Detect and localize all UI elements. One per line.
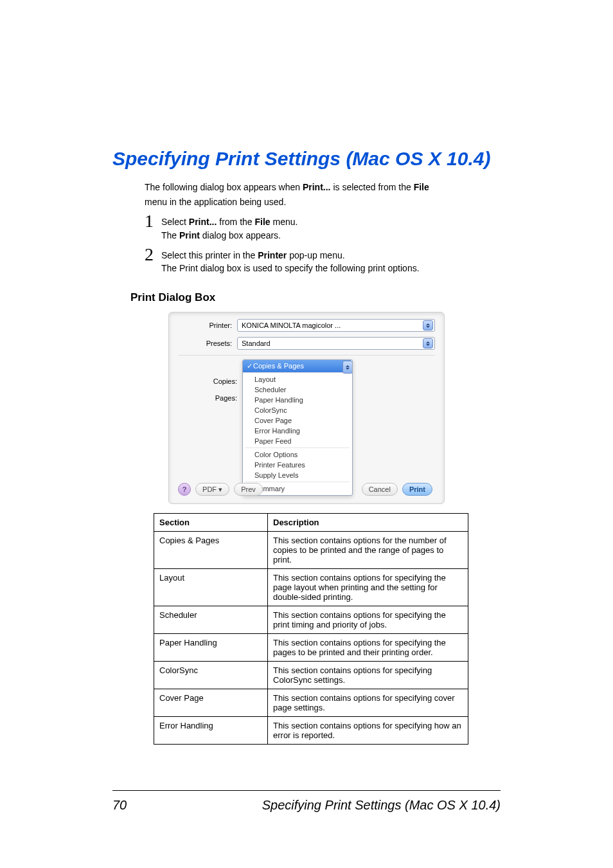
cancel-button[interactable]: Cancel	[362, 483, 398, 496]
text: The Print dialog box is used to specify …	[161, 262, 420, 275]
steps: 1 Select Print... from the File menu. Th…	[145, 212, 501, 276]
bold: Print...	[189, 217, 217, 227]
dropdown-divider	[245, 482, 350, 482]
chevron-updown-icon	[423, 338, 433, 348]
cell-desc: This section contains options for specif…	[268, 689, 468, 717]
cell-section: ColorSync	[154, 662, 268, 689]
printer-row: Printer: KONICA MINOLTA magicolor ...	[178, 319, 435, 332]
dropdown-item[interactable]: Supply Levels	[243, 470, 352, 480]
th-section: Section	[154, 514, 268, 532]
dropdown-item[interactable]: Scheduler	[243, 384, 352, 395]
footer-left: ? PDF ▾ Prev	[178, 483, 265, 496]
preview-label: Prev	[241, 485, 256, 493]
table-row: Copies & Pages This section contains opt…	[154, 532, 468, 569]
text: Select	[161, 217, 189, 227]
presets-row: Presets: Standard	[178, 337, 435, 350]
step-2: 2 Select this printer in the Printer pop…	[145, 246, 501, 276]
footer: 70 Specifying Print Settings (Mac OS X 1…	[112, 798, 501, 813]
dropdown-list: Layout Scheduler Paper Handling ColorSyn…	[243, 373, 352, 495]
subheading: Print Dialog Box	[130, 291, 501, 304]
presets-value: Standard	[242, 339, 271, 347]
dropdown-item[interactable]: Cover Page	[243, 415, 352, 426]
dropdown-item[interactable]: Color Options	[243, 449, 352, 460]
footer-right: Cancel Print	[362, 483, 435, 496]
cell-desc: This section contains options for specif…	[268, 606, 468, 634]
cell-section: Scheduler	[154, 606, 268, 634]
print-dialog: Printer: KONICA MINOLTA magicolor ... Pr…	[168, 312, 445, 504]
intro-segment: The following dialog box appears when	[145, 182, 303, 192]
text: dialog box appears.	[200, 230, 281, 240]
cell-desc: This section contains options for the nu…	[268, 532, 468, 569]
check-icon: ✓	[247, 362, 253, 370]
text: The	[161, 230, 179, 240]
text: pop-up menu.	[287, 250, 344, 260]
step-1: 1 Select Print... from the File menu. Th…	[145, 212, 501, 243]
text: Select this printer in the	[161, 250, 258, 260]
th-description: Description	[268, 514, 468, 532]
step-body: Select this printer in the Printer pop-u…	[161, 246, 420, 276]
page-title: Specifying Print Settings (Mac OS X 10.4…	[112, 148, 501, 170]
bold: File	[255, 217, 271, 227]
dialog-body: Copies: Pages: ✓Copies & Pages Layout Sc…	[178, 359, 435, 496]
sections-table: Section Description Copies & Pages This …	[154, 513, 468, 745]
pdf-button[interactable]: PDF ▾	[195, 483, 229, 496]
section-dropdown[interactable]: ✓Copies & Pages Layout Scheduler Paper H…	[242, 359, 353, 496]
table-row: Paper Handling This section contains opt…	[154, 634, 468, 662]
text: menu.	[271, 217, 298, 227]
dialog-left-labels: Copies: Pages:	[178, 359, 242, 496]
cancel-label: Cancel	[369, 485, 391, 493]
chevron-updown-icon	[423, 320, 433, 330]
cell-desc: This section contains options for specif…	[268, 634, 468, 662]
printer-combo[interactable]: KONICA MINOLTA magicolor ...	[237, 319, 435, 332]
intro-bold: Print...	[303, 182, 331, 192]
dropdown-divider	[245, 448, 350, 448]
text: from the	[217, 217, 254, 227]
printer-value: KONICA MINOLTA magicolor ...	[242, 321, 341, 329]
table-row: ColorSync This section contains options …	[154, 662, 468, 689]
help-icon[interactable]: ?	[178, 483, 191, 496]
selected-text: Copies & Pages	[253, 362, 304, 370]
cell-desc: This section contains options for specif…	[268, 662, 468, 689]
dropdown-item[interactable]: ColorSync	[243, 405, 352, 415]
bold: Printer	[258, 250, 287, 260]
intro-text: The following dialog box appears when Pr…	[145, 181, 501, 208]
dropdown-item[interactable]: Paper Handling	[243, 395, 352, 405]
copies-label: Copies:	[178, 377, 237, 385]
print-button[interactable]: Print	[402, 483, 432, 496]
bold: Print	[179, 230, 200, 240]
cell-section: Copies & Pages	[154, 532, 268, 569]
footer-divider	[112, 790, 501, 791]
intro-line2: menu in the application being used.	[145, 196, 501, 208]
step-number: 1	[145, 212, 161, 230]
divider	[178, 355, 435, 356]
cell-desc: This section contains options for specif…	[268, 717, 468, 745]
page-number: 70	[112, 798, 127, 813]
page: Specifying Print Settings (Mac OS X 10.4…	[0, 0, 613, 868]
dropdown-item[interactable]: Paper Feed	[243, 436, 352, 446]
pdf-label: PDF ▾	[202, 485, 222, 494]
cell-section: Layout	[154, 569, 268, 606]
dropdown-item[interactable]: Layout	[243, 374, 352, 384]
dropdown-selected: ✓Copies & Pages	[243, 360, 351, 372]
step-body: Select Print... from the File menu. The …	[161, 212, 298, 243]
preview-button[interactable]: Prev	[234, 483, 263, 496]
cell-desc: This section contains options for specif…	[268, 569, 468, 606]
intro-bold: File	[414, 182, 429, 192]
presets-label: Presets:	[178, 339, 237, 347]
chevron-updown-icon	[342, 361, 353, 374]
pages-label: Pages:	[178, 394, 237, 402]
dropdown-item[interactable]: Error Handling	[243, 426, 352, 436]
dialog-footer: ? PDF ▾ Prev Cancel Print	[178, 483, 435, 496]
print-label: Print	[409, 485, 425, 493]
cell-section: Cover Page	[154, 689, 268, 717]
presets-combo[interactable]: Standard	[237, 337, 435, 350]
footer-title: Specifying Print Settings (Mac OS X 10.4…	[262, 798, 501, 813]
table-row: Cover Page This section contains options…	[154, 689, 468, 717]
cell-section: Paper Handling	[154, 634, 268, 662]
dropdown-item[interactable]: Printer Features	[243, 460, 352, 470]
cell-section: Error Handling	[154, 717, 268, 745]
step-number: 2	[145, 246, 161, 264]
table-row: Layout This section contains options for…	[154, 569, 468, 606]
printer-label: Printer:	[178, 321, 237, 329]
intro-segment: is selected from the	[331, 182, 414, 192]
